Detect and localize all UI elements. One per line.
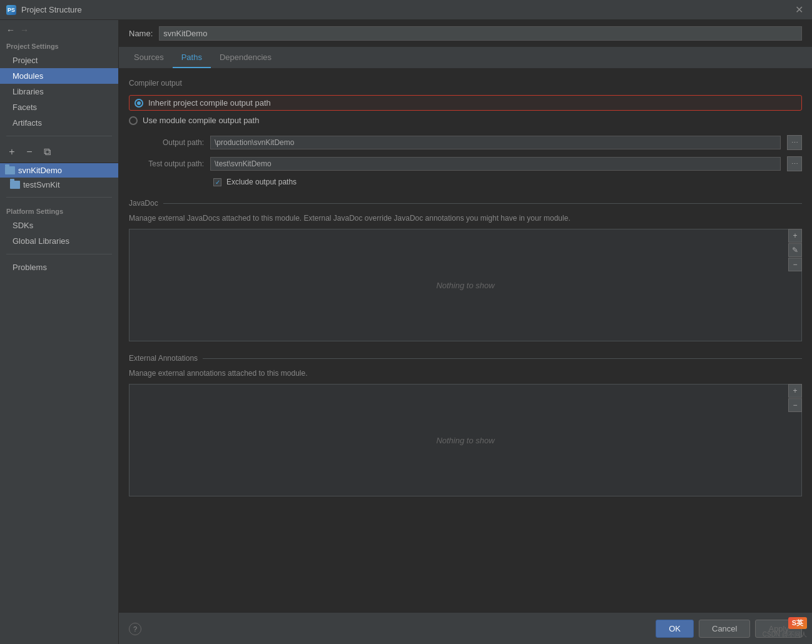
- javadoc-edit-btn[interactable]: ✎: [788, 243, 802, 257]
- exclude-output-paths-row[interactable]: Exclude output paths: [213, 178, 802, 186]
- ext-annotations-header: External Annotations: [129, 354, 802, 363]
- watermark: S英 CSDN @不问人: [763, 617, 807, 639]
- use-module-radio-circle: [129, 116, 138, 125]
- sidebar-item-libraries[interactable]: Libraries: [0, 84, 118, 99]
- exclude-output-paths-label: Exclude output paths: [226, 178, 297, 186]
- name-input[interactable]: [159, 26, 802, 41]
- output-path-browse-btn[interactable]: ⋯: [787, 135, 802, 150]
- name-label: Name:: [129, 29, 153, 38]
- title-bar: PS Project Structure ✕: [0, 0, 812, 20]
- cancel-button[interactable]: Cancel: [699, 620, 750, 638]
- inherit-radio-label: Inherit project compile output path: [148, 98, 271, 108]
- tree-item-svnkitdemo[interactable]: svnKitDemo: [0, 163, 118, 178]
- tab-dependencies[interactable]: Dependencies: [211, 48, 280, 68]
- watermark-text: CSDN @不问人: [763, 630, 807, 639]
- nav-arrows: ← →: [0, 20, 118, 38]
- sidebar-item-problems[interactable]: Problems: [0, 259, 118, 275]
- exclude-output-paths-checkbox[interactable]: [213, 178, 221, 186]
- tree-item-label-svnkitdemo: svnKitDemo: [18, 166, 62, 175]
- ext-annotations-add-btn[interactable]: +: [788, 384, 802, 398]
- tabs-row: Sources Paths Dependencies: [119, 48, 812, 69]
- use-module-radio-label: Use module compile output path: [143, 116, 259, 125]
- javadoc-section-label: JavaDoc: [129, 199, 158, 208]
- javadoc-header: JavaDoc: [129, 199, 802, 208]
- test-output-path-browse-btn[interactable]: ⋯: [787, 156, 802, 171]
- inherit-radio-circle: [134, 99, 143, 108]
- name-row: Name:: [119, 20, 812, 48]
- sidebar-item-artifacts[interactable]: Artifacts: [0, 115, 118, 131]
- inherit-option[interactable]: Inherit project compile output path: [129, 95, 802, 111]
- sidebar-separator-1: [6, 136, 112, 136]
- sidebar-separator-2: [6, 197, 112, 198]
- bottom-toolbar: ? OK Cancel Apply: [119, 613, 812, 644]
- forward-arrow[interactable]: →: [19, 24, 30, 36]
- add-module-btn[interactable]: +: [5, 145, 19, 159]
- sidebar-item-facets[interactable]: Facets: [0, 99, 118, 115]
- ext-annotations-description: Manage external annotations attached to …: [129, 368, 802, 379]
- javadoc-panel: Nothing to show + ✎ −: [129, 229, 802, 341]
- back-arrow[interactable]: ←: [5, 24, 16, 36]
- sidebar: ← → Project Settings Project Modules Lib…: [0, 20, 119, 644]
- javadoc-actions: + ✎ −: [788, 229, 802, 271]
- remove-module-btn[interactable]: −: [23, 145, 36, 159]
- javadoc-description: Manage external JavaDocs attached to thi…: [129, 213, 802, 224]
- main-content: ← → Project Settings Project Modules Lib…: [0, 20, 812, 644]
- ext-annotations-actions: + −: [788, 384, 802, 412]
- sidebar-item-project[interactable]: Project: [0, 53, 118, 68]
- ext-annotations-header-line: [203, 358, 802, 359]
- compiler-output-radio-group: Inherit project compile output path Use …: [129, 95, 802, 125]
- tree-item-label-testsvnkit: testSvnKit: [23, 180, 60, 189]
- ext-annotations-label: External Annotations: [129, 354, 198, 363]
- tab-sources[interactable]: Sources: [125, 48, 173, 68]
- javadoc-add-btn[interactable]: +: [788, 229, 802, 243]
- sidebar-item-global-libraries[interactable]: Global Libraries: [0, 233, 118, 249]
- bottom-left: ?: [129, 623, 141, 635]
- ext-annotations-panel: Nothing to show + −: [129, 384, 802, 496]
- tab-paths[interactable]: Paths: [173, 48, 211, 68]
- test-output-path-input[interactable]: [210, 157, 781, 171]
- watermark-csdn-logo: S英: [788, 617, 807, 629]
- platform-settings-label: Platform Settings: [0, 203, 118, 218]
- external-annotations-section: External Annotations Manage external ann…: [129, 354, 802, 496]
- right-panel: Name: Sources Paths Dependencies Compile…: [119, 20, 812, 644]
- output-path-row: Output path: ⋯: [129, 135, 802, 150]
- close-button[interactable]: ✕: [792, 3, 806, 17]
- output-path-label: Output path:: [129, 138, 204, 147]
- ok-button[interactable]: OK: [656, 620, 694, 638]
- tree-item-testsvnkit[interactable]: testSvnKit: [0, 178, 118, 192]
- copy-module-btn[interactable]: ⧉: [40, 145, 54, 159]
- ext-annotations-remove-btn[interactable]: −: [788, 398, 802, 412]
- javadoc-remove-btn[interactable]: −: [788, 258, 802, 271]
- project-settings-label: Project Settings: [0, 38, 118, 53]
- javadoc-section: JavaDoc Manage external JavaDocs attache…: [129, 199, 802, 341]
- sidebar-separator-3: [6, 254, 112, 254]
- title-bar-title: Project Structure: [21, 5, 82, 14]
- output-path-input[interactable]: [210, 136, 781, 149]
- folder-icon-svnkitdemo: [5, 166, 15, 174]
- folder-icon-testsvnkit: [10, 181, 20, 189]
- use-module-option[interactable]: Use module compile output path: [129, 116, 802, 125]
- compiler-output-section: Compiler output Inherit project compile …: [129, 79, 802, 186]
- test-output-path-label: Test output path:: [129, 159, 204, 168]
- ext-annotations-nothing-to-show: Nothing to show: [436, 436, 494, 445]
- app-icon: PS: [6, 5, 16, 15]
- javadoc-header-line: [163, 203, 802, 204]
- sidebar-toolbar: + − ⧉: [0, 141, 118, 163]
- sidebar-item-sdks[interactable]: SDKs: [0, 218, 118, 233]
- javadoc-nothing-to-show: Nothing to show: [436, 281, 494, 290]
- sidebar-item-modules[interactable]: Modules: [0, 68, 118, 84]
- test-output-path-row: Test output path: ⋯: [129, 156, 802, 171]
- panel-content: Compiler output Inherit project compile …: [119, 69, 812, 613]
- compiler-output-title: Compiler output: [129, 79, 802, 88]
- help-button[interactable]: ?: [129, 623, 141, 635]
